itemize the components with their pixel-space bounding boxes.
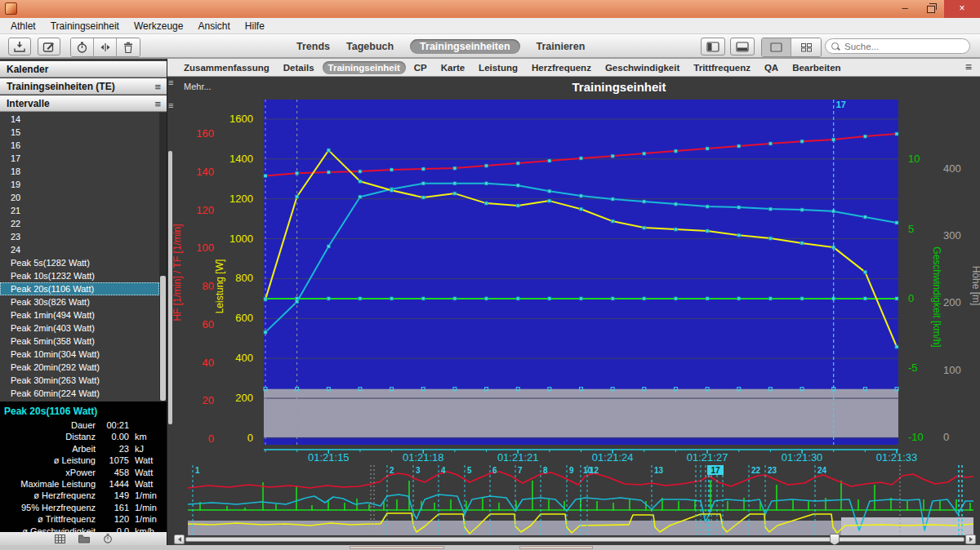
splitter-grip-icon[interactable]: ≡	[168, 78, 173, 86]
svg-text:8: 8	[543, 466, 548, 475]
menu-hilfe[interactable]: Hilfe	[238, 19, 272, 33]
peak-item-peak-60min-224-watt[interactable]: Peak 60min(224 Watt)	[0, 387, 159, 400]
view-tab-trainingseinheit[interactable]: Trainingseinheit	[323, 61, 406, 74]
svg-text:160: 160	[196, 127, 214, 140]
app-logo-icon	[5, 2, 17, 15]
view-tab-cp[interactable]: CP	[408, 61, 433, 74]
interval-item-18[interactable]: 18	[0, 165, 159, 178]
restore-button[interactable]	[918, 0, 944, 18]
scope-tab-tagebuch[interactable]: Tagebuch	[346, 41, 394, 52]
interval-item-15[interactable]: 15	[0, 126, 159, 139]
peak-item-peak-5s-1282-watt[interactable]: Peak 5s(1282 Watt)	[0, 256, 159, 269]
interval-item-24[interactable]: 24	[0, 243, 159, 256]
span-slider-groove[interactable]	[185, 537, 964, 542]
view-tab-trittfrequenz[interactable]: Trittfrequenz	[688, 61, 756, 74]
peak-item-peak-20s-1106-watt[interactable]: Peak 20s(1106 Watt)	[0, 282, 159, 295]
interval-list-scrollbar[interactable]	[159, 113, 167, 401]
activity-tools-group	[70, 38, 140, 57]
tiled-view-button[interactable]	[791, 38, 821, 56]
import-activity-button[interactable]	[8, 38, 31, 55]
interval-item-22[interactable]: 22	[0, 217, 159, 230]
view-tab-geschwindigkeit[interactable]: Geschwindigkeit	[599, 61, 685, 74]
full-ride-overview-chart[interactable]: 12345678910121322232417	[188, 464, 973, 535]
stopwatch-icon[interactable]	[103, 534, 113, 543]
interval-item-19[interactable]: 19	[0, 178, 159, 191]
split-arrows-icon	[99, 42, 112, 53]
view-tab-details[interactable]: Details	[278, 61, 320, 74]
toggle-bottombar-button[interactable]	[730, 38, 755, 55]
peak-item-peak-20min-292-watt[interactable]: Peak 20min(292 Watt)	[0, 361, 159, 374]
svg-text:5: 5	[467, 466, 472, 475]
peak-item-peak-10min-304-watt[interactable]: Peak 10min(304 Watt)	[0, 348, 159, 361]
interval-stats-rows: Dauer00:21Distanz0.00kmArbeit23kJø Leist…	[0, 419, 167, 537]
scope-tab-trainingseinheiten[interactable]: Trainingseinheiten	[410, 39, 519, 54]
interval-item-21[interactable]: 21	[0, 204, 159, 217]
peak-item-peak-10s-1232-watt[interactable]: Peak 10s(1232 Watt)	[0, 269, 159, 282]
span-slider-handle[interactable]	[830, 534, 840, 545]
svg-text:3: 3	[416, 466, 421, 475]
stat-label: ø Leistung	[0, 455, 96, 466]
view-tab-herzfrequenz[interactable]: Herzfrequenz	[526, 61, 597, 74]
taskbar-peek	[519, 546, 593, 549]
sidebar-header-kalender[interactable]: Kalender	[0, 61, 167, 78]
activity-chart[interactable]: 1701:21:1501:21:1801:21:2101:21:2401:21:…	[167, 95, 980, 464]
manual-activity-button[interactable]	[38, 38, 60, 55]
interval-item-14[interactable]: 14	[0, 113, 159, 126]
menu-werkzeuge[interactable]: Werkzeuge	[127, 19, 190, 33]
close-button[interactable]: ×	[944, 0, 980, 18]
more-link[interactable]: Mehr...	[184, 82, 212, 91]
stat-value: 149	[101, 490, 129, 501]
summary-grid-icon[interactable]	[55, 534, 65, 543]
stopwatch-button[interactable]	[71, 38, 94, 56]
view-tab-bearbeiten[interactable]: Bearbeiten	[786, 61, 846, 74]
svg-text:200: 200	[235, 392, 253, 404]
hamburger-icon[interactable]: ≡	[154, 96, 161, 112]
stat-unit: Watt	[135, 478, 167, 490]
svg-text:Höhe [m]: Höhe [m]	[970, 266, 980, 306]
interval-item-23[interactable]: 23	[0, 230, 159, 243]
scroll-right-button[interactable]	[965, 534, 976, 544]
hamburger-icon[interactable]: ≡	[154, 79, 161, 95]
single-view-button[interactable]	[762, 38, 791, 56]
svg-text:1600: 1600	[229, 113, 253, 125]
sidebar-header-label: Trainingseinheiten (TE)	[7, 81, 115, 92]
delete-activity-button[interactable]	[117, 38, 140, 56]
view-tab-qa[interactable]: QA	[759, 61, 784, 74]
menu-athlet[interactable]: Athlet	[3, 19, 43, 33]
peak-item-peak-30s-826-watt[interactable]: Peak 30s(826 Watt)	[0, 295, 159, 308]
toggle-sidebar-button[interactable]	[701, 38, 725, 55]
stat-unit: km	[135, 431, 167, 442]
scrollbar-thumb[interactable]	[160, 276, 166, 401]
stat-unit: 1/min	[135, 490, 167, 501]
stat-unit	[135, 419, 167, 431]
view-tab-zusammenfassung[interactable]: Zusammenfassung	[178, 61, 275, 74]
svg-text:1200: 1200	[229, 193, 253, 205]
scope-tab-trends[interactable]: Trends	[296, 41, 330, 52]
peak-item-peak-5min-358-watt[interactable]: Peak 5min(358 Watt)	[0, 335, 159, 348]
sidebar-header-intervalle[interactable]: Intervalle ≡	[0, 95, 167, 112]
sidebar-header-trainingseinheiten[interactable]: Trainingseinheiten (TE) ≡	[0, 78, 167, 95]
stat-value: 120	[101, 513, 129, 525]
interval-item-20[interactable]: 20	[0, 191, 159, 204]
interval-stats-title: Peak 20s(1106 Watt)	[0, 401, 167, 419]
interval-item-16[interactable]: 16	[0, 139, 159, 152]
folder-icon[interactable]	[78, 534, 90, 543]
svg-text:120: 120	[196, 204, 214, 216]
menu-ansicht[interactable]: Ansicht	[190, 19, 237, 33]
split-activity-button[interactable]	[94, 38, 117, 56]
scroll-left-button[interactable]	[174, 534, 185, 544]
peak-item-peak-30min-263-watt[interactable]: Peak 30min(263 Watt)	[0, 374, 159, 387]
scope-tab-trainieren[interactable]: Trainieren	[537, 41, 586, 52]
view-tab-karte[interactable]: Karte	[435, 61, 470, 74]
svg-text:01:21:15: 01:21:15	[308, 451, 350, 464]
span-slider[interactable]	[174, 534, 976, 545]
view-tab-leistung[interactable]: Leistung	[473, 61, 523, 74]
peak-item-peak-2min-403-watt[interactable]: Peak 2min(403 Watt)	[0, 322, 159, 335]
search-input[interactable]	[843, 41, 952, 52]
menu-trainingseinheit[interactable]: Trainingseinheit	[43, 19, 127, 33]
hamburger-icon[interactable]: ≡	[965, 60, 972, 73]
minimize-button[interactable]: –	[892, 0, 918, 18]
interval-item-17[interactable]: 17	[0, 152, 159, 165]
peak-item-peak-1min-494-watt[interactable]: Peak 1min(494 Watt)	[0, 308, 159, 322]
search-box[interactable]	[825, 38, 970, 54]
